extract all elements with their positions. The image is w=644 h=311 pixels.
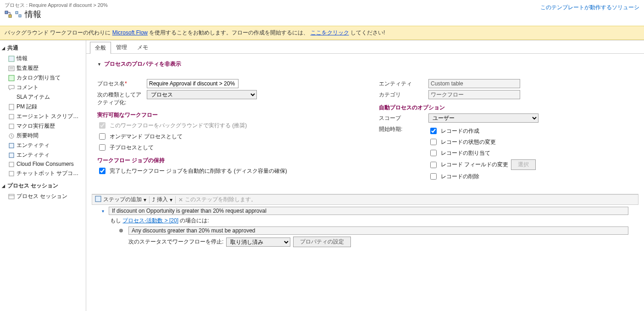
svg-rect-13 [9,162,14,167]
svg-rect-8 [9,114,14,119]
label-activate-as: 次の種類としてアクティブ化: [97,90,143,107]
flow-banner: バックグラウンド ワークフローの代わりに Microsoft Flow を使用す… [0,26,644,40]
svg-rect-6 [9,75,14,81]
step-twisty-icon[interactable] [102,208,106,214]
process-name-input[interactable] [147,79,239,88]
section-properties[interactable]: プロセスのプロパティを非表示 [97,60,633,68]
step-note-input[interactable]: Any discounts greater than 20% must be a… [128,226,628,235]
svg-rect-15 [9,194,14,199]
chk-on-create[interactable] [430,128,437,134]
banner-post: してください! [350,29,385,36]
tab-admin[interactable]: 管理 [111,41,132,53]
svg-rect-9 [9,124,14,129]
chk-on-state[interactable] [430,139,437,145]
scope-select[interactable]: ユーザー [428,113,539,123]
activate-as-select[interactable]: プロセス [147,90,257,99]
svg-rect-3 [19,15,21,17]
insert-icon: ⤴ [152,197,155,203]
nav-item-entity1[interactable]: エンティティ [8,141,84,150]
click-here-link[interactable]: ここをクリック [311,29,349,36]
category-input [428,90,520,99]
tab-general[interactable]: 全般 [90,42,111,54]
step-bullet-icon [119,229,123,232]
banner-pre: バックグラウンド ワークフローの代わりに [5,29,112,36]
svg-rect-11 [9,143,14,148]
nav-item-session[interactable]: プロセス セッション [8,192,84,201]
chk-ondemand[interactable] [99,133,105,140]
chk-child[interactable] [99,144,105,151]
label-category: カテゴリ [379,90,425,99]
nav-group-common[interactable]: 共通 [2,44,84,52]
label-chk-child: 子プロセスとして [110,144,154,152]
nav-item-chatbot[interactable]: チャットボット サブコンポ… [8,169,84,178]
label-start-when: 開始時期: [379,124,425,133]
if-line: もし プロセス-活動数 > [20] の場合には: [110,217,209,225]
condition-link[interactable]: プロセス-活動数 > [20] [122,217,178,224]
nav-item-sla[interactable]: SLA アイテム [8,92,84,102]
nav-item-macro[interactable]: マクロ実行履歴 [8,121,84,131]
step-description-input[interactable]: If discount on Opportunity is greater th… [109,207,628,215]
svg-rect-0 [5,11,8,14]
subhead-retain: ワークフロー ジョブの保持 [97,157,351,164]
label-process-name: プロセス名 [97,80,125,87]
workflow-icon [5,11,12,18]
stop-status-select[interactable]: 取り消し済み [226,237,290,247]
label-stop-status: 次のステータスでワークフローを停止: [128,238,223,246]
entity-input [428,79,520,88]
nav-item-info[interactable]: 情報 [8,54,84,63]
lbl-on-delete: レコードの削除 [441,173,479,181]
chk-autodelete[interactable] [99,168,105,174]
lbl-on-create: レコードの作成 [441,127,479,135]
chk-background [99,122,105,129]
solution-link[interactable]: このテンプレートが動作するソリューシ [540,4,639,11]
flow-link[interactable]: Microsoft Flow [112,29,148,36]
left-nav: 共通 情報 監査履歴 カタログ割り当て コメント SLA アイテム PM 記録 … [0,40,86,311]
subhead-runnable: 実行可能なワークフロー [97,111,351,119]
lbl-on-field: レコード フィールドの変更 [441,161,508,169]
tab-notes[interactable]: メモ [132,41,153,53]
insert-dropdown-icon: ▾ [170,197,172,203]
svg-rect-7 [9,104,14,110]
page-title: 情報 [25,9,41,20]
set-properties-button[interactable]: プロパティの設定 [293,237,351,247]
step-toolbar: ステップの追加 ▾ ⤴ 挿入 ▾ ✕ このステップを削除します。 [92,194,638,205]
nav-item-duration[interactable]: 所要時間 [8,131,84,141]
insert-button[interactable]: ⤴ 挿入 ▾ [152,196,172,204]
svg-rect-2 [16,11,18,14]
nav-item-cloudflow[interactable]: Cloud Flow Consumers [8,160,84,169]
svg-rect-1 [9,15,11,17]
banner-mid: を使用することをお勧めします。フローの作成を開始するには、 [149,29,309,36]
required-mark: * [125,80,127,87]
lbl-on-state: レコードの状態の変更 [441,138,496,146]
nav-item-agent[interactable]: エージェント スクリプト ス… [8,112,84,121]
nav-group-session[interactable]: プロセス セッション [2,182,84,190]
label-entity: エンティティ [379,79,425,88]
divider [175,196,176,204]
svg-rect-5 [9,66,14,71]
add-step-button[interactable]: ステップの追加 ▾ [95,196,146,204]
svg-rect-16 [95,196,101,202]
chk-on-field[interactable] [430,162,437,168]
delete-icon: ✕ [178,197,183,203]
svg-rect-14 [9,171,14,176]
chk-on-assign[interactable] [430,150,437,156]
nav-item-audit[interactable]: 監査履歴 [8,63,84,73]
tabs: 全般 管理 メモ [86,40,644,54]
subhead-auto-options: 自動プロセスのオプション [379,104,633,112]
child-icon [15,11,22,18]
delete-step-button: ✕ このステップを削除します。 [178,196,256,204]
nav-item-pm[interactable]: PM 記録 [8,102,84,112]
chk-on-delete[interactable] [430,173,437,180]
nav-item-catalog[interactable]: カタログ割り当て [8,73,84,83]
label-chk-ondemand: オンデマンド プロセスとして [110,133,183,141]
add-step-dropdown-icon: ▾ [144,197,146,203]
nav-item-comment[interactable]: コメント [8,83,84,92]
svg-rect-4 [9,56,14,62]
nav-item-entity2[interactable]: エンティティ [8,150,84,160]
svg-rect-12 [9,153,14,158]
lbl-on-assign: レコードの割り当て [441,149,490,157]
label-chk-autodelete: 完了したワークフロー ジョブを自動的に削除する (ディスク容量の確保) [110,167,287,175]
label-chk-background: このワークフローをバックグラウンドで実行する (推奨) [110,122,247,130]
divider [149,196,150,204]
add-step-icon [95,196,101,204]
